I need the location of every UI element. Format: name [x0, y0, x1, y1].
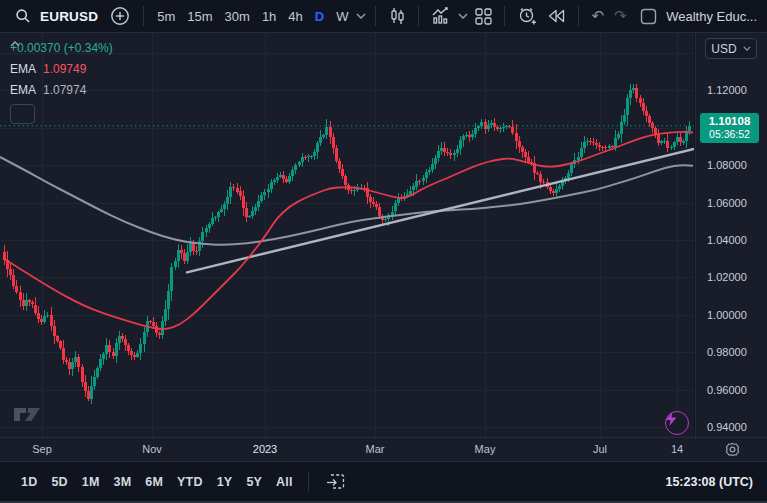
candles-style-icon[interactable] [383, 4, 411, 28]
chart-pane[interactable]: +0.00370 (+0.34%) EMA1.09749EMA1.07974 [0, 33, 694, 437]
currency-button[interactable]: USD [705, 38, 757, 59]
lightning-boost-button[interactable] [665, 411, 689, 435]
indicators-icon[interactable] [426, 4, 456, 28]
alert-plus-icon[interactable] [512, 3, 542, 29]
range-button-all[interactable]: All [269, 471, 300, 493]
legend-collapse-button[interactable] [10, 104, 35, 124]
time-tick: Nov [142, 443, 162, 455]
scales-gear-icon[interactable] [725, 442, 740, 461]
range-button-5d[interactable]: 5D [44, 471, 74, 493]
layout-grid-icon[interactable] [470, 5, 497, 28]
intervals-chevron-icon[interactable] [354, 10, 368, 22]
go-to-date-icon[interactable] [321, 470, 350, 493]
account-label[interactable]: Wealthy Educ... [666, 9, 757, 24]
time-tick: 14 [671, 443, 683, 455]
range-button-3m[interactable]: 3M [107, 471, 139, 493]
account-area: Wealthy Educ... [640, 8, 757, 25]
chevron-down-icon [743, 46, 751, 51]
indicator-name: EMA [10, 62, 36, 76]
interval-group: 5m15m30m1h4hDW [151, 6, 354, 27]
range-button-1d[interactable]: 1D [14, 471, 44, 493]
search-icon[interactable] [10, 5, 36, 27]
interval-button-4h[interactable]: 4h [282, 6, 308, 27]
interval-button-W[interactable]: W [330, 6, 354, 27]
range-button-1m[interactable]: 1M [75, 471, 107, 493]
indicator-value: 1.09749 [43, 62, 86, 76]
price-tick: 1.08000 [707, 158, 747, 172]
price-tick: 1.04000 [707, 233, 747, 247]
tradingview-window: EURUSD 5m15m30m1h4hDW [0, 0, 767, 503]
divider [308, 472, 309, 492]
currency-label: USD [711, 42, 736, 56]
symbol-button[interactable]: EURUSD [40, 9, 98, 24]
divider [375, 6, 376, 26]
range-button-5y[interactable]: 5Y [239, 471, 269, 493]
interval-button-30m[interactable]: 30m [219, 6, 256, 27]
indicator-value: 1.07974 [43, 83, 86, 97]
time-scale[interactable]: SepNov2023MarMayJul14 [0, 437, 767, 461]
undo-icon[interactable]: ↶ [586, 4, 609, 28]
bar-countdown: 05:36:52 [700, 128, 759, 140]
top-toolbar: EURUSD 5m15m30m1h4hDW [0, 0, 767, 33]
price-tick: 0.94000 [707, 420, 747, 434]
price-scale[interactable]: USD 1.120001.080001.060001.040001.020001… [695, 33, 767, 437]
replay-icon[interactable] [542, 6, 571, 26]
clock-label[interactable]: 15:23:08 (UTC) [665, 475, 753, 489]
indicator-rows: EMA1.09749EMA1.07974 [10, 62, 113, 97]
compare-add-icon[interactable] [104, 2, 136, 30]
interval-button-D[interactable]: D [309, 6, 330, 27]
last-price-badge: 1.10108 05:36:52 [700, 113, 759, 143]
bottom-toolbar: 1D5D1M3M6MYTD1Y5YAll 15:23:08 (UTC) [0, 461, 767, 501]
divider [143, 6, 144, 26]
legend: +0.00370 (+0.34%) EMA1.09749EMA1.07974 [10, 41, 113, 124]
price-tick: 1.02000 [707, 270, 747, 284]
divider [418, 6, 419, 26]
range-button-6m[interactable]: 6M [138, 471, 170, 493]
interval-button-5m[interactable]: 5m [151, 6, 181, 27]
time-tick: Mar [366, 443, 385, 455]
change-row: +0.00370 (+0.34%) [10, 41, 113, 55]
price-change-label: +0.00370 (+0.34%) [10, 41, 113, 55]
indicator-row[interactable]: EMA1.09749 [10, 62, 113, 76]
range-button-ytd[interactable]: YTD [170, 471, 210, 493]
last-price-value: 1.10108 [700, 115, 759, 128]
time-tick: 2023 [253, 443, 277, 455]
interval-button-1h[interactable]: 1h [256, 6, 282, 27]
price-tick: 0.98000 [707, 345, 747, 359]
time-tick: Jul [593, 443, 607, 455]
time-tick: May [475, 443, 496, 455]
range-button-1y[interactable]: 1Y [210, 471, 240, 493]
time-tick: Sep [32, 443, 52, 455]
account-checkbox-icon[interactable] [640, 8, 657, 25]
range-group: 1D5D1M3M6MYTD1Y5YAll [14, 471, 300, 493]
indicators-chevron-icon[interactable] [456, 10, 470, 22]
interval-button-15m[interactable]: 15m [181, 6, 218, 27]
indicator-name: EMA [10, 83, 36, 97]
price-tick: 1.00000 [707, 308, 747, 322]
divider [504, 6, 505, 26]
divider [578, 6, 579, 26]
redo-icon[interactable]: ↷ [609, 4, 632, 28]
indicator-row[interactable]: EMA1.07974 [10, 83, 113, 97]
price-tick: 0.96000 [707, 383, 747, 397]
price-tick: 1.06000 [707, 196, 747, 210]
price-tick: 1.12000 [707, 83, 747, 97]
